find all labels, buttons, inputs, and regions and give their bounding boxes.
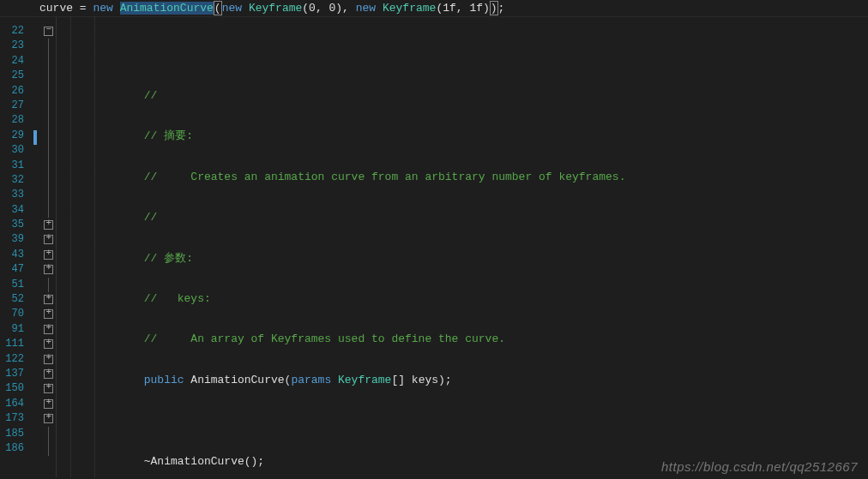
- line-number: 26: [0, 84, 31, 99]
- fold-toggle-icon[interactable]: [40, 218, 56, 232]
- line-number: 34: [0, 203, 31, 218]
- line-number: 28: [0, 113, 31, 128]
- fold-toggle-icon[interactable]: [40, 352, 56, 367]
- fold-toggle-icon[interactable]: [40, 381, 56, 396]
- fold-toggle-icon[interactable]: [40, 232, 56, 247]
- line-number: 185: [0, 427, 31, 441]
- fold-toggle-icon[interactable]: [40, 411, 56, 426]
- code-line[interactable]: public AnimationCurve(params Keyframe[] …: [57, 373, 868, 387]
- line-number: 173: [0, 411, 31, 426]
- fold-toggle-icon[interactable]: [40, 292, 56, 307]
- line-number: 164: [0, 397, 31, 411]
- line-number: 91: [0, 322, 31, 337]
- breakpoint-gutter[interactable]: [31, 17, 40, 477]
- line-number: 22: [0, 24, 31, 39]
- code-line[interactable]: // Creates an animation curve from an ar…: [57, 170, 868, 184]
- line-number: 23: [0, 39, 31, 53]
- line-number: 31: [0, 159, 31, 173]
- fold-toggle-icon[interactable]: [40, 322, 56, 337]
- line-number: 32: [0, 173, 31, 188]
- line-number: 33: [0, 188, 31, 202]
- line-number: 51: [0, 278, 31, 292]
- line-number: 137: [0, 367, 31, 381]
- line-number: 35: [0, 218, 31, 232]
- fold-toggle-icon[interactable]: [40, 367, 56, 381]
- fold-toggle-icon[interactable]: [40, 262, 56, 277]
- fold-toggle-icon[interactable]: [40, 337, 56, 351]
- line-number: 52: [0, 292, 31, 307]
- line-number: 25: [0, 69, 31, 83]
- current-line-marker: [33, 130, 37, 145]
- line-number: 70: [0, 307, 31, 321]
- code-line[interactable]: // An array of Keyframes used to define …: [57, 332, 868, 346]
- line-number: 122: [0, 352, 31, 367]
- code-line[interactable]: //: [57, 88, 868, 103]
- code-line[interactable]: // keys:: [57, 291, 868, 306]
- line-number: 29: [0, 129, 31, 143]
- code-line[interactable]: // 参数:: [57, 251, 868, 266]
- code-editor[interactable]: 22 23 24 25 26 27 28 29 30 31 32 33 34 3…: [0, 17, 868, 477]
- line-number: 186: [0, 441, 31, 456]
- line-number: 111: [0, 337, 31, 351]
- watermark: https://blog.csdn.net/qq2512667: [661, 459, 858, 474]
- fold-toggle-icon[interactable]: [40, 248, 56, 262]
- breadcrumb-preview: curve = new AnimationCurve(new Keyframe(…: [0, 0, 868, 17]
- line-number: 47: [0, 262, 31, 277]
- fold-toggle-icon[interactable]: [40, 307, 56, 321]
- fold-gutter[interactable]: [40, 17, 57, 477]
- line-number: 27: [0, 99, 31, 113]
- line-number: 30: [0, 143, 31, 158]
- fold-toggle-icon[interactable]: [40, 397, 56, 411]
- code-area[interactable]: // // 摘要: // Creates an animation curve …: [57, 17, 868, 477]
- fold-toggle-icon[interactable]: [40, 24, 56, 39]
- line-number: 24: [0, 54, 31, 69]
- line-number: 150: [0, 381, 31, 396]
- code-line[interactable]: // 摘要:: [57, 129, 868, 143]
- line-number: 39: [0, 232, 31, 247]
- code-line[interactable]: //: [57, 210, 868, 225]
- line-number-gutter: 22 23 24 25 26 27 28 29 30 31 32 33 34 3…: [0, 17, 31, 477]
- line-number: 43: [0, 248, 31, 262]
- code-line[interactable]: [57, 413, 868, 428]
